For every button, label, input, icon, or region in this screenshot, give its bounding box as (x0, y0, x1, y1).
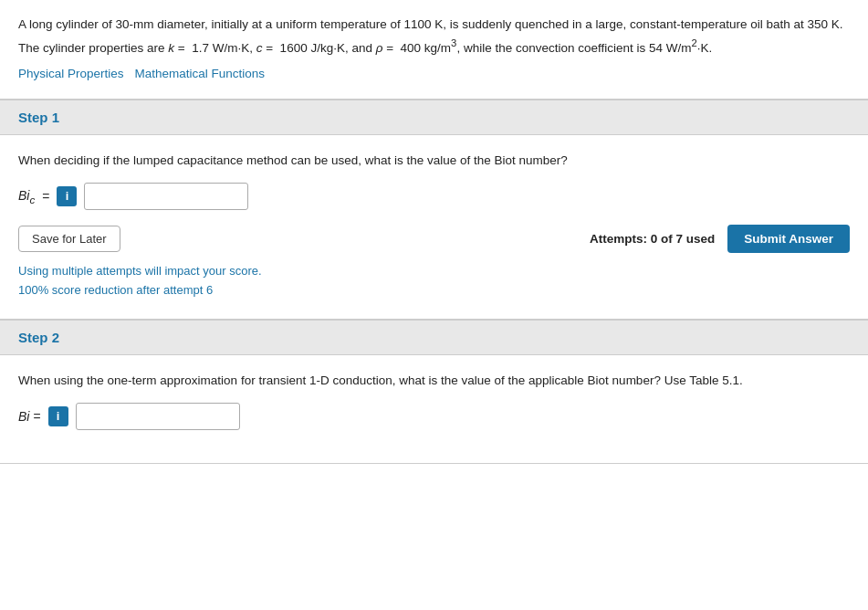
step1-equals: = (42, 189, 49, 204)
step1-warning-line2: 100% score reduction after attempt 6 (18, 281, 850, 300)
step1-attempts-text: Attempts: 0 of 7 used (590, 232, 715, 246)
step1-warning: Using multiple attempts will impact your… (18, 262, 850, 300)
step1-info-button[interactable]: i (57, 186, 77, 206)
step2-body: When using the one-term approximation fo… (0, 355, 868, 464)
problem-text: A long cylinder of 30-mm diameter, initi… (18, 15, 850, 58)
step2-variable: Bi = (18, 409, 41, 424)
step1-warning-line1: Using multiple attempts will impact your… (18, 262, 850, 281)
step2-answer-input[interactable] (76, 403, 240, 430)
step1-input-row: Bic = i (18, 183, 850, 210)
step1-header: Step 1 (0, 100, 868, 135)
physical-properties-link[interactable]: Physical Properties (18, 67, 124, 80)
step1-question: When deciding if the lumped capacitance … (18, 152, 850, 170)
step2-question: When using the one-term approximation fo… (18, 372, 850, 390)
problem-links: Physical Properties Mathematical Functio… (18, 67, 850, 80)
step2-input-row: Bi = i (18, 403, 850, 430)
problem-section: A long cylinder of 30-mm diameter, initi… (0, 0, 868, 100)
step1-title: Step 1 (18, 110, 850, 125)
step1-body: When deciding if the lumped capacitance … (0, 135, 868, 320)
step2-info-button[interactable]: i (48, 406, 68, 426)
step2-header: Step 2 (0, 320, 868, 355)
step1-answer-input[interactable] (84, 183, 248, 210)
step1-action-row: Save for Later Attempts: 0 of 7 used Sub… (18, 225, 850, 253)
step2-title: Step 2 (18, 330, 850, 345)
step1-save-later-button[interactable]: Save for Later (18, 226, 120, 252)
step1-submit-button[interactable]: Submit Answer (727, 225, 850, 253)
step1-variable: Bic (18, 188, 35, 205)
mathematical-functions-link[interactable]: Mathematical Functions (135, 67, 266, 80)
step1-attempts-submit: Attempts: 0 of 7 used Submit Answer (590, 225, 850, 253)
